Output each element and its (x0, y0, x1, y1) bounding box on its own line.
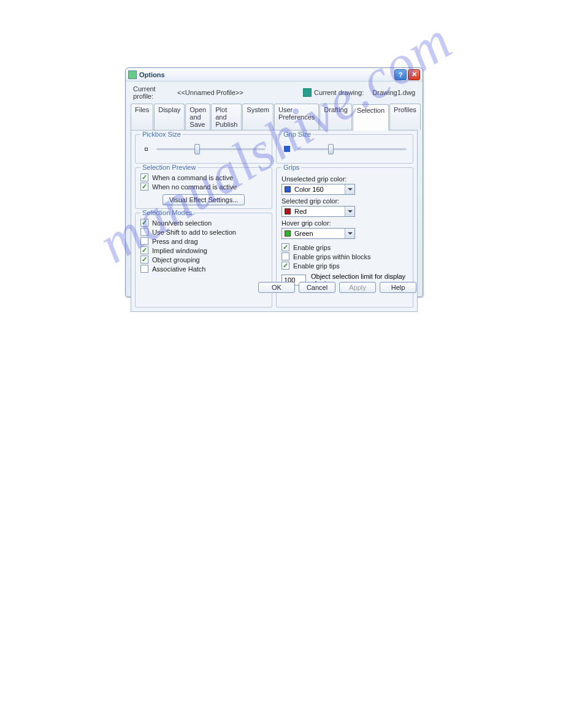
tab-profiles[interactable]: Profiles (389, 104, 421, 130)
checkbox-noun-verb[interactable] (140, 219, 148, 227)
checkbox-object-grouping[interactable] (140, 256, 148, 264)
tab-files[interactable]: Files (131, 104, 153, 130)
swatch-icon (285, 230, 291, 237)
checkbox-no-cmd-active[interactable] (140, 183, 148, 191)
checkbox-use-shift[interactable] (140, 228, 148, 236)
selection-preview-legend: Selection Preview (140, 164, 197, 171)
checkbox-enable-grips[interactable] (282, 243, 289, 251)
app-icon (128, 70, 137, 79)
selected-grip-value: Red (293, 208, 345, 215)
current-drawing-label: Current drawing: (314, 89, 364, 96)
pickbox-preview-icon (142, 145, 150, 153)
label-noun-verb: Noun/verb selection (152, 219, 212, 227)
tab-selection[interactable]: Selection (353, 104, 389, 131)
label-object-grouping: Object grouping (152, 256, 200, 264)
selected-grip-label: Selected grip color: (282, 197, 408, 205)
cancel-button[interactable]: Cancel (299, 282, 335, 293)
label-implied-windowing: Implied windowing (152, 247, 207, 254)
grips-legend: Grips (282, 164, 301, 171)
checkbox-press-drag[interactable] (140, 237, 148, 245)
grip-size-slider[interactable] (297, 143, 407, 154)
current-drawing-name: Drawing1.dwg (372, 89, 415, 96)
apply-button[interactable]: Apply (339, 282, 376, 293)
label-associative-hatch: Associative Hatch (152, 265, 205, 273)
grip-size-legend: Grip Size (282, 131, 313, 138)
profile-row: Current profile: <<Unnamed Profile>> Cur… (131, 84, 418, 101)
selected-grip-color-dropdown[interactable]: Red (282, 206, 355, 217)
pickbox-legend: Pickbox Size (140, 131, 183, 138)
tab-system[interactable]: System (242, 104, 274, 130)
tab-user-preferences[interactable]: User Preferences (274, 104, 319, 130)
options-dialog: Options ? ✕ Current profile: <<Unnamed P… (125, 67, 423, 297)
checkbox-cmd-active[interactable] (140, 173, 148, 181)
swatch-icon (285, 186, 291, 192)
help-button[interactable]: Help (380, 282, 416, 293)
tabs: Files Display Open and Save Plot and Pub… (131, 104, 418, 131)
group-pickbox-size: Pickbox Size (135, 134, 272, 164)
label-enable-grips: Enable grips (293, 244, 331, 251)
tab-plot-and-publish[interactable]: Plot and Publish (211, 104, 242, 130)
label-enable-grips-blocks: Enable grips within blocks (293, 253, 371, 260)
chevron-down-icon (345, 229, 354, 238)
label-press-drag: Press and drag (152, 238, 198, 245)
hover-grip-label: Hover grip color: (282, 219, 408, 227)
drawing-icon (303, 88, 312, 97)
close-button-icon[interactable]: ✕ (408, 69, 420, 80)
grip-preview-icon (283, 145, 291, 153)
label-enable-grip-tips: Enable grip tips (293, 262, 340, 270)
titlebar[interactable]: Options ? ✕ (126, 68, 423, 82)
window-title: Options (139, 71, 393, 78)
visual-effect-settings-button[interactable]: Visual Effect Settings... (163, 194, 245, 205)
label-cmd-active: When a command is active (152, 174, 233, 181)
checkbox-enable-grips-blocks[interactable] (282, 252, 289, 260)
tab-display[interactable]: Display (154, 104, 185, 130)
unselected-grip-value: Color 160 (293, 186, 345, 193)
pickbox-size-slider[interactable] (156, 143, 266, 154)
dialog-footer: OK Cancel Apply Help (126, 278, 423, 297)
checkbox-implied-windowing[interactable] (140, 246, 148, 254)
swatch-icon (285, 208, 291, 214)
tab-open-and-save[interactable]: Open and Save (185, 104, 210, 130)
help-button-icon[interactable]: ? (394, 69, 407, 80)
label-use-shift: Use Shift to add to selection (152, 229, 236, 236)
selection-modes-legend: Selection Modes (140, 209, 194, 216)
current-profile-label: Current profile: (133, 85, 177, 100)
checkbox-associative-hatch[interactable] (140, 265, 148, 273)
group-selection-preview: Selection Preview When a command is acti… (135, 167, 272, 209)
ok-button[interactable]: OK (258, 282, 295, 293)
checkbox-enable-grip-tips[interactable] (282, 262, 289, 270)
current-profile-name: <<Unnamed Profile>> (177, 89, 303, 96)
label-no-cmd-active: When no command is active (152, 183, 237, 191)
tab-drafting[interactable]: Drafting (320, 104, 352, 130)
unselected-grip-color-dropdown[interactable]: Color 160 (282, 184, 355, 195)
unselected-grip-label: Unselected grip color: (282, 175, 408, 183)
group-grip-size: Grip Size (276, 134, 413, 164)
hover-grip-value: Green (293, 230, 345, 237)
hover-grip-color-dropdown[interactable]: Green (282, 228, 355, 239)
chevron-down-icon (345, 207, 354, 216)
chevron-down-icon (345, 184, 354, 194)
